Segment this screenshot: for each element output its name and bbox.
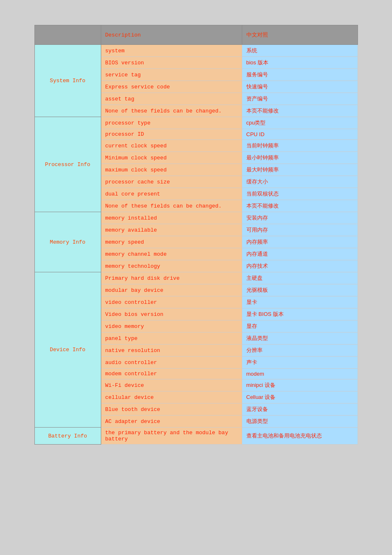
category-cell-3: Device Info	[34, 272, 101, 428]
desc-cell: modular bay device	[101, 284, 242, 296]
desc-cell: video memory	[101, 320, 242, 333]
desc-cell: BIOS version	[101, 57, 242, 69]
desc-cell: memory installed	[101, 212, 242, 224]
cn-cell: 显卡 BIOS 版本	[242, 308, 358, 320]
category-cell-0: System Info	[34, 45, 101, 117]
desc-cell: memory speed	[101, 236, 242, 248]
cn-cell: modem	[242, 369, 358, 379]
desc-cell: panel type	[101, 333, 242, 345]
desc-cell: Express service code	[101, 81, 242, 93]
desc-cell: processor ID	[101, 129, 242, 140]
desc-cell: dual core present	[101, 188, 242, 200]
cn-cell: 液晶类型	[242, 333, 358, 345]
desc-cell: Minimum clock speed	[101, 152, 242, 164]
info-table: Description 中文对照 System Infosystem系统BIOS…	[34, 25, 358, 445]
desc-cell: AC adapter device	[101, 416, 242, 428]
category-cell-1: Processor Info	[34, 117, 101, 212]
category-cell-2: Memory Info	[34, 212, 101, 272]
cn-cell: 本页不能修改	[242, 200, 358, 212]
cn-cell: 最大时钟频率	[242, 164, 358, 176]
desc-cell: service tag	[101, 69, 242, 81]
table-row: System Infosystem系统	[34, 45, 358, 57]
cn-cell: 系统	[242, 45, 358, 57]
cn-cell: 光驱模板	[242, 284, 358, 296]
cn-cell: 缓存大小	[242, 176, 358, 188]
cn-cell: 本页不能修改	[242, 105, 358, 117]
desc-cell: Blue tooth device	[101, 403, 242, 416]
desc-cell: None of these fields can be changed.	[101, 105, 242, 117]
main-table-wrapper: Description 中文对照 System Infosystem系统BIOS…	[34, 25, 358, 530]
header-row: Description 中文对照	[34, 25, 358, 45]
cn-cell: 可用内存	[242, 224, 358, 236]
desc-cell: modem controller	[101, 369, 242, 379]
cn-cell: bios 版本	[242, 57, 358, 69]
desc-cell: memory available	[101, 224, 242, 236]
desc-cell: memory technology	[101, 260, 242, 272]
cn-cell: 显存	[242, 320, 358, 333]
desc-cell: the primary battery and the module bay b…	[101, 428, 242, 445]
cn-cell: 电源类型	[242, 416, 358, 428]
cn-cell: 分辨率	[242, 345, 358, 357]
desc-cell: asset tag	[101, 93, 242, 105]
cn-cell: CPU ID	[242, 129, 358, 140]
desc-cell: memory channel mode	[101, 248, 242, 260]
cn-cell: cpu类型	[242, 117, 358, 129]
table-row: Battery Infothe primary battery and the …	[34, 428, 358, 445]
cn-cell: 当前时钟频率	[242, 140, 358, 152]
desc-cell: system	[101, 45, 242, 57]
category-cell-4: Battery Info	[34, 428, 101, 445]
table-row: Memory Infomemory installed安装内存	[34, 212, 358, 224]
desc-cell: processor type	[101, 117, 242, 129]
cn-cell: 内存通道	[242, 248, 358, 260]
desc-cell: maximum clock speed	[101, 164, 242, 176]
cn-cell: 声卡	[242, 357, 358, 369]
desc-cell: Video bios version	[101, 308, 242, 320]
cn-cell: 服务编号	[242, 69, 358, 81]
cn-cell: 蓝牙设备	[242, 403, 358, 416]
desc-cell: video controller	[101, 296, 242, 308]
header-description: Description	[101, 25, 242, 45]
cn-cell: 主硬盘	[242, 272, 358, 284]
table-row: Processor Infoprocessor typecpu类型	[34, 117, 358, 129]
desc-cell: None of these fields can be changed.	[101, 200, 242, 212]
desc-cell: audio controller	[101, 357, 242, 369]
desc-cell: native resolution	[101, 345, 242, 357]
cn-cell: 最小时钟频率	[242, 152, 358, 164]
desc-cell: Primary hard disk drive	[101, 272, 242, 284]
cn-cell: 安装内存	[242, 212, 358, 224]
cn-cell: 内存频率	[242, 236, 358, 248]
desc-cell: processor cache size	[101, 176, 242, 188]
cn-cell: minipci 设备	[242, 379, 358, 391]
cn-cell: 当前双核状态	[242, 188, 358, 200]
header-chinese: 中文对照	[242, 25, 358, 45]
desc-cell: current clock speed	[101, 140, 242, 152]
desc-cell: Wi-Fi device	[101, 379, 242, 391]
cn-cell: Celluar 设备	[242, 391, 358, 403]
cn-cell: 查看主电池和备用电池充电状态	[242, 428, 358, 445]
cn-cell: 内存技术	[242, 260, 358, 272]
desc-cell: cellular device	[101, 391, 242, 403]
table-row: Device InfoPrimary hard disk drive主硬盘	[34, 272, 358, 284]
header-category	[34, 25, 101, 45]
cn-cell: 显卡	[242, 296, 358, 308]
cn-cell: 资产编号	[242, 93, 358, 105]
cn-cell: 快速编号	[242, 81, 358, 93]
